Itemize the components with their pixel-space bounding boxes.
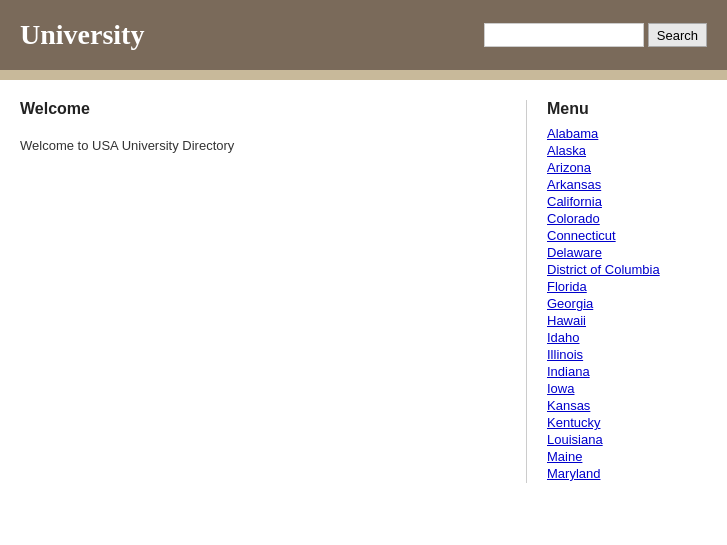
sub-header-bar [0, 70, 727, 80]
welcome-text: Welcome to USA University Directory [20, 138, 506, 153]
menu-link[interactable]: Maine [547, 449, 582, 464]
list-item: Maine [547, 449, 707, 464]
list-item: Delaware [547, 245, 707, 260]
list-item: Florida [547, 279, 707, 294]
menu-link[interactable]: Connecticut [547, 228, 616, 243]
list-item: Connecticut [547, 228, 707, 243]
welcome-heading: Welcome [20, 100, 506, 118]
menu-link[interactable]: Idaho [547, 330, 580, 345]
list-item: Alaska [547, 143, 707, 158]
list-item: California [547, 194, 707, 209]
menu-link[interactable]: Alaska [547, 143, 586, 158]
list-item: Hawaii [547, 313, 707, 328]
menu-link[interactable]: Alabama [547, 126, 598, 141]
list-item: Kentucky [547, 415, 707, 430]
list-item: Georgia [547, 296, 707, 311]
list-item: Arizona [547, 160, 707, 175]
search-form: Search [484, 23, 707, 47]
list-item: Indiana [547, 364, 707, 379]
menu-link[interactable]: California [547, 194, 602, 209]
site-header: University Search [0, 0, 727, 70]
menu-link[interactable]: Hawaii [547, 313, 586, 328]
search-input[interactable] [484, 23, 644, 47]
menu-link[interactable]: Illinois [547, 347, 583, 362]
menu-link[interactable]: Maryland [547, 466, 600, 481]
list-item: Idaho [547, 330, 707, 345]
list-item: District of Columbia [547, 262, 707, 277]
menu-heading: Menu [547, 100, 707, 118]
site-title: University [20, 19, 144, 51]
menu-link[interactable]: Arizona [547, 160, 591, 175]
list-item: Alabama [547, 126, 707, 141]
menu-link[interactable]: Arkansas [547, 177, 601, 192]
menu-link[interactable]: Florida [547, 279, 587, 294]
vertical-divider [526, 100, 527, 483]
list-item: Maryland [547, 466, 707, 481]
list-item: Arkansas [547, 177, 707, 192]
search-button[interactable]: Search [648, 23, 707, 47]
menu-link[interactable]: Delaware [547, 245, 602, 260]
menu-link[interactable]: Kentucky [547, 415, 600, 430]
menu-link[interactable]: Louisiana [547, 432, 603, 447]
main-content: Welcome Welcome to USA University Direct… [10, 90, 516, 493]
content-wrapper: Welcome Welcome to USA University Direct… [0, 80, 727, 503]
menu-list: AlabamaAlaskaArizonaArkansasCaliforniaCo… [547, 126, 707, 481]
list-item: Illinois [547, 347, 707, 362]
menu-link[interactable]: Georgia [547, 296, 593, 311]
menu-link[interactable]: Iowa [547, 381, 574, 396]
menu-link[interactable]: Colorado [547, 211, 600, 226]
list-item: Iowa [547, 381, 707, 396]
list-item: Colorado [547, 211, 707, 226]
menu-link[interactable]: District of Columbia [547, 262, 660, 277]
sidebar: Menu AlabamaAlaskaArizonaArkansasCalifor… [537, 90, 717, 493]
menu-link[interactable]: Indiana [547, 364, 590, 379]
menu-link[interactable]: Kansas [547, 398, 590, 413]
list-item: Kansas [547, 398, 707, 413]
list-item: Louisiana [547, 432, 707, 447]
